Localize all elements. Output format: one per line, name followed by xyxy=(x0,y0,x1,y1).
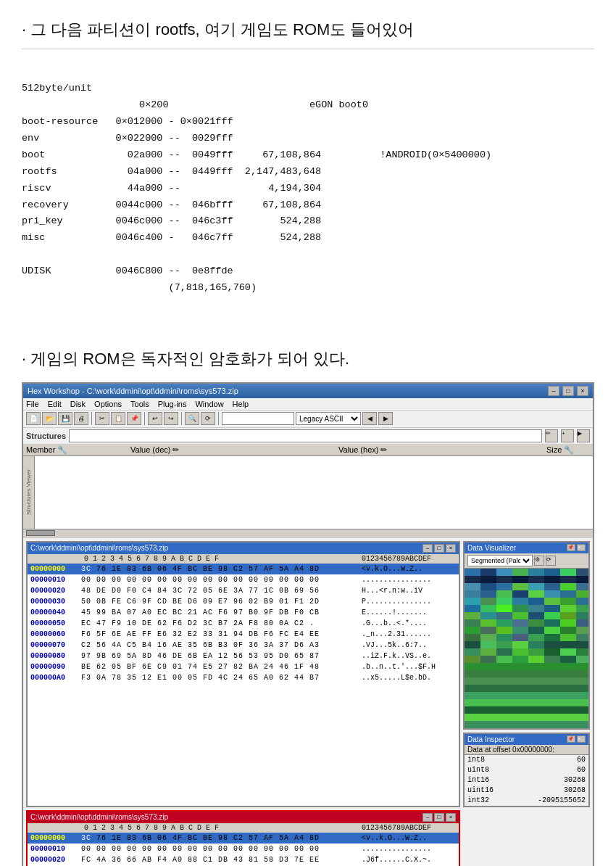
structures-label: Structures xyxy=(26,432,66,440)
hex-row-selected[interactable]: 00000000 3C 76 1E 83 6B 06 4F BC BE 98 C… xyxy=(28,564,459,574)
hex2-max-btn[interactable]: □ xyxy=(434,813,444,822)
prev-btn[interactable]: ◀ xyxy=(362,412,377,425)
main-area: C:\work\ddmini\opt\ddmini\roms\sys573.zi… xyxy=(23,537,593,810)
scrollbar-thumb[interactable] xyxy=(26,530,55,536)
menu-options[interactable]: Options xyxy=(94,400,122,408)
paste-btn[interactable]: 📌 xyxy=(127,412,141,425)
hex2-header-addr xyxy=(30,824,81,832)
structures-input[interactable] xyxy=(69,429,542,442)
sep3 xyxy=(181,412,182,425)
sep1 xyxy=(91,412,92,425)
redo-btn[interactable]: ↪ xyxy=(164,412,178,425)
svg-rect-110 xyxy=(465,714,588,721)
hex2-row-selected[interactable]: 00000000 3C 76 1E 83 6B 06 4F BC BE 98 C… xyxy=(28,833,459,844)
rom-section-text: · 게임의 ROM은 독자적인 암호화가 되어 있다. xyxy=(0,328,616,382)
di-pin-btn[interactable]: 📌 xyxy=(567,735,575,743)
menu-plugins[interactable]: Plug-ins xyxy=(158,400,187,408)
hex-min-btn[interactable]: – xyxy=(423,544,433,553)
dv-pin-btn[interactable]: 📌 xyxy=(567,544,575,551)
svg-rect-102 xyxy=(576,656,588,663)
hex-header-row: 0 1 2 3 4 5 6 7 8 9 A B C D E F 01234567… xyxy=(28,554,459,564)
svg-rect-78 xyxy=(528,634,544,641)
structures-add-btn[interactable]: + xyxy=(561,429,574,442)
hex-max-btn[interactable]: □ xyxy=(434,544,444,553)
svg-rect-63 xyxy=(544,619,560,627)
table-row[interactable]: 000000A0 F3 0A 78 35 12 E1 00 05 FD 4C 2… xyxy=(28,672,459,683)
table-row[interactable]: 00000060 F6 5F 6E AE FF E6 32 E2 33 31 9… xyxy=(28,629,459,640)
svg-rect-104 xyxy=(465,670,588,677)
svg-rect-56 xyxy=(560,612,576,619)
svg-rect-86 xyxy=(528,641,544,648)
table-row[interactable]: 00000070 C2 56 4A C5 B4 16 AE 35 6B B3 0… xyxy=(28,640,459,651)
hex2-min-btn[interactable]: – xyxy=(423,813,433,822)
structures-edit-btn[interactable]: ✏ xyxy=(545,429,558,442)
dv-close-btn[interactable]: × xyxy=(577,544,586,551)
viz-config-btn[interactable]: ⚙ xyxy=(534,556,544,566)
svg-rect-6 xyxy=(528,569,544,576)
encoding-dropdown[interactable]: Legacy ASCII xyxy=(296,412,361,425)
svg-rect-93 xyxy=(560,648,576,656)
svg-rect-23 xyxy=(544,583,560,590)
horizontal-scrollbar[interactable] xyxy=(23,529,593,537)
menu-disk[interactable]: Disk xyxy=(70,400,86,408)
svg-rect-4 xyxy=(496,569,512,576)
find-btn[interactable]: 🔍 xyxy=(185,412,199,425)
hex-close-btn[interactable]: × xyxy=(446,544,456,553)
svg-rect-89 xyxy=(496,648,512,656)
copy-btn[interactable]: 📋 xyxy=(111,412,125,425)
menu-tools[interactable]: Tools xyxy=(130,400,149,408)
svg-rect-111 xyxy=(465,721,588,728)
menu-file[interactable]: File xyxy=(26,400,39,408)
maximize-button[interactable]: □ xyxy=(562,386,574,396)
menu-window[interactable]: Window xyxy=(195,400,223,408)
print-btn[interactable]: 🖨 xyxy=(74,412,88,425)
cut-btn[interactable]: ✂ xyxy=(95,412,109,425)
table-row[interactable]: 00000010 00 00 00 00 00 00 00 00 00 00 0… xyxy=(28,844,459,854)
close-button[interactable]: × xyxy=(577,386,588,396)
search-input[interactable] xyxy=(222,412,294,425)
svg-rect-5 xyxy=(512,569,528,576)
hex-header-addr xyxy=(30,555,81,563)
undo-btn[interactable]: ↩ xyxy=(148,412,162,425)
svg-rect-84 xyxy=(496,641,512,648)
replace-btn[interactable]: ⟳ xyxy=(201,412,215,425)
hex-workshop-title: Hex Workshop - C:\work\ddmini\opt\ddmini… xyxy=(28,387,238,395)
new-btn[interactable]: 📄 xyxy=(26,412,41,425)
menu-help[interactable]: Help xyxy=(233,400,249,408)
menu-edit[interactable]: Edit xyxy=(48,400,62,408)
data-insp-title: Data Inspector xyxy=(467,735,515,743)
hex-header-ascii: 0123456789ABCDEF xyxy=(362,555,456,563)
svg-rect-34 xyxy=(465,598,480,605)
table-row[interactable]: 00000020 48 DE D0 F0 C4 84 3C 72 05 6E 3… xyxy=(28,585,459,596)
svg-rect-24 xyxy=(560,583,576,590)
viz-refresh-btn[interactable]: ⟳ xyxy=(546,556,556,566)
open-btn[interactable]: 📂 xyxy=(42,412,57,425)
next-btn[interactable]: ▶ xyxy=(378,412,393,425)
data-viz-title: Data Visualizer xyxy=(467,544,516,552)
structures-nav-btn[interactable]: ▶ xyxy=(577,429,590,442)
svg-rect-33 xyxy=(576,590,588,598)
table-row[interactable]: 00000020 FC 4A 36 66 AB F4 A0 88 C1 DB 4… xyxy=(28,854,459,865)
sep2 xyxy=(144,412,145,425)
svg-rect-80 xyxy=(560,634,576,641)
table-row[interactable]: 00000040 45 99 BA 07 A0 EC BC 21 AC F6 9… xyxy=(28,607,459,618)
di-row-int32: int32 -2095155652 xyxy=(465,796,588,806)
table-row[interactable]: 00000030 50 0B FE C6 9F CD BE D6 09 E7 9… xyxy=(28,596,459,607)
svg-rect-37 xyxy=(512,598,528,605)
svg-rect-107 xyxy=(465,692,588,699)
di-close-btn[interactable]: × xyxy=(577,735,586,743)
hex-workshop-titlebar: Hex Workshop - C:\work\ddmini\opt\ddmini… xyxy=(23,384,593,398)
bottom-panels: C:\work\ddmini\opt\ddmini\roms\sys573.zi… xyxy=(23,810,593,866)
hex2-close-btn[interactable]: × xyxy=(446,813,456,822)
table-row[interactable]: 00000050 EC 47 F9 10 DE 62 F6 D2 3C B7 2… xyxy=(28,618,459,629)
save-btn[interactable]: 💾 xyxy=(58,412,72,425)
data-inspector-panel: Data Inspector 📌 × Data at offset 0x0000… xyxy=(463,733,590,807)
table-row[interactable]: 00000010 00 00 00 00 00 00 00 00 00 00 0… xyxy=(28,574,459,585)
viz-dropdown[interactable]: Segmented (Palett xyxy=(467,555,533,566)
table-row[interactable]: 00000090 BE 62 05 BF 6E C9 01 74 E5 27 8… xyxy=(28,661,459,672)
svg-rect-76 xyxy=(496,634,512,641)
svg-rect-28 xyxy=(496,590,512,598)
table-row[interactable]: 00000080 97 9B 69 5A 8D 46 DE 6B EA 12 5… xyxy=(28,651,459,661)
minimize-button[interactable]: – xyxy=(548,386,559,396)
svg-rect-101 xyxy=(560,656,576,663)
